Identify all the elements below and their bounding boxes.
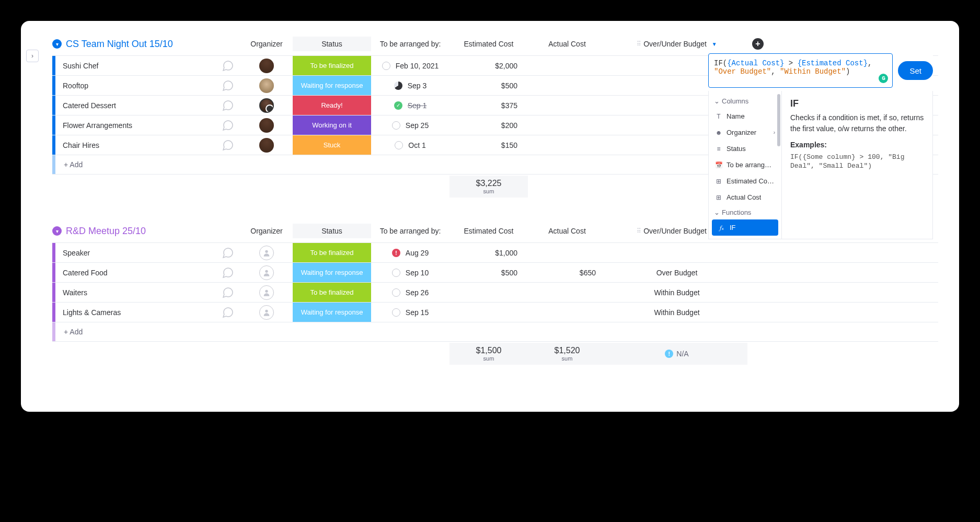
col-header-est-cost[interactable]: Estimated Cost	[449, 224, 528, 238]
status-cell[interactable]: Waiting for response	[293, 263, 371, 282]
add-item-button[interactable]: + Add	[52, 322, 240, 341]
col-header-organizer[interactable]: Organizer	[240, 224, 293, 238]
chat-icon[interactable]	[222, 119, 234, 132]
chat-icon[interactable]	[222, 60, 234, 72]
date-cell[interactable]: Sep 3	[371, 82, 449, 90]
est-cost-cell[interactable]: $2,000	[449, 62, 528, 70]
status-cell[interactable]: To be finalized	[293, 243, 371, 262]
actual-cost-cell[interactable]: $650	[528, 269, 606, 277]
column-item[interactable]: 📅To be arrange…	[709, 157, 781, 173]
avatar[interactable]	[259, 59, 274, 73]
est-cost-cell[interactable]: $500	[449, 82, 528, 90]
date-cell[interactable]: Sep 15	[371, 308, 449, 317]
organizer-cell[interactable]	[240, 246, 293, 260]
item-name-cell[interactable]: Flower Arrangements	[52, 115, 240, 135]
avatar-empty[interactable]	[259, 265, 274, 280]
item-name-cell[interactable]: Sushi Chef	[52, 56, 240, 75]
date-cell[interactable]: ✓Sep 1	[371, 101, 449, 110]
status-cell[interactable]: Ready!	[293, 96, 371, 115]
item-name-cell[interactable]: Rooftop	[52, 76, 240, 95]
organizer-cell[interactable]	[240, 265, 293, 280]
status-cell[interactable]: To be finalized	[293, 283, 371, 302]
organizer-cell[interactable]	[240, 285, 293, 300]
set-button[interactable]: Set	[898, 61, 933, 80]
item-name-cell[interactable]: Catered Dessert	[52, 96, 240, 115]
organizer-cell[interactable]	[240, 118, 293, 133]
col-header-status[interactable]: Status	[293, 37, 371, 51]
est-cost-cell[interactable]: $150	[449, 141, 528, 149]
col-header-organizer[interactable]: Organizer	[240, 37, 293, 51]
item-name-cell[interactable]: Waiters	[52, 283, 240, 302]
col-header-actual-cost[interactable]: Actual Cost	[528, 224, 606, 238]
item-name-cell[interactable]: Catered Food	[52, 263, 240, 282]
organizer-cell[interactable]	[240, 78, 293, 93]
est-cost-cell[interactable]: $200	[449, 121, 528, 130]
chat-icon[interactable]	[222, 247, 234, 259]
drag-handle-icon[interactable]: ⠿	[637, 40, 640, 48]
chat-icon[interactable]	[222, 99, 234, 112]
date-cell[interactable]: Sep 10	[371, 269, 449, 277]
functions-section-header[interactable]: ⌄ Functions	[709, 205, 781, 219]
date-cell[interactable]: Sep 26	[371, 288, 449, 297]
date-cell[interactable]: Sep 25	[371, 121, 449, 130]
item-name-cell[interactable]: Chair Hires	[52, 135, 240, 155]
formula-input[interactable]: IF({Actual Cost} > {Estimated Cost}, "Ov…	[708, 53, 893, 88]
avatar-empty[interactable]	[259, 285, 274, 300]
status-cell[interactable]: Waiting for response	[293, 303, 371, 322]
add-item-button[interactable]: + Add	[52, 155, 240, 174]
collapse-icon[interactable]: ▾	[52, 226, 62, 236]
col-header-status[interactable]: Status	[293, 224, 371, 238]
organizer-cell[interactable]	[240, 138, 293, 153]
avatar-empty[interactable]	[259, 305, 274, 320]
caret-down-icon[interactable]: ▼	[712, 41, 717, 47]
chat-icon[interactable]	[222, 286, 234, 299]
date-cell[interactable]: !Aug 29	[371, 249, 449, 257]
col-header-formula[interactable]: ⠿Over/Under Budget▼	[606, 37, 747, 51]
status-cell[interactable]: Working on it	[293, 115, 371, 135]
drag-handle-icon[interactable]: ⠿	[637, 227, 640, 235]
item-name-cell[interactable]: Speaker	[52, 243, 240, 262]
avatar[interactable]	[259, 118, 274, 133]
budget-cell[interactable]: Over Budget	[606, 269, 747, 277]
add-column-button[interactable]: +	[752, 38, 764, 50]
col-header-arranged-by[interactable]: To be arranged by:	[371, 224, 449, 238]
col-header-est-cost[interactable]: Estimated Cost	[449, 37, 528, 51]
info-icon: !	[665, 350, 673, 358]
formula-suggestions: ⌄ Columns TName☻Organizer›≡Status📅To be …	[708, 91, 933, 239]
status-cell[interactable]: Stuck	[293, 135, 371, 155]
group-title[interactable]: ▾R&D Meetup 25/10	[52, 226, 240, 237]
avatar[interactable]	[259, 78, 274, 93]
col-header-actual-cost[interactable]: Actual Cost	[528, 37, 606, 51]
organizer-cell[interactable]	[240, 98, 293, 113]
est-cost-cell[interactable]: $375	[449, 101, 528, 110]
date-cell[interactable]: Feb 10, 2021	[371, 62, 449, 70]
group-title[interactable]: ▾CS Team Night Out 15/10	[52, 39, 240, 50]
column-item[interactable]: ⊞Actual Cost	[709, 189, 781, 205]
status-cell[interactable]: Waiting for response	[293, 76, 371, 95]
avatar[interactable]	[259, 138, 274, 153]
item-name-cell[interactable]: Lights & Cameras	[52, 303, 240, 322]
column-item[interactable]: ⊞Estimated Co…	[709, 173, 781, 189]
avatar[interactable]	[259, 98, 274, 113]
expand-panel-handle[interactable]: ›	[26, 50, 39, 62]
est-cost-cell[interactable]: $1,000	[449, 249, 528, 257]
function-item[interactable]: 𝑓ₓIF	[712, 219, 778, 236]
budget-cell[interactable]: Within Budget	[606, 308, 747, 317]
column-item[interactable]: TName	[709, 108, 781, 124]
organizer-cell[interactable]	[240, 305, 293, 320]
columns-section-header[interactable]: ⌄ Columns	[709, 94, 781, 108]
chat-icon[interactable]	[222, 266, 234, 279]
est-cost-cell[interactable]: $500	[449, 269, 528, 277]
avatar-empty[interactable]	[259, 246, 274, 260]
col-header-arranged-by[interactable]: To be arranged by:	[371, 37, 449, 51]
chat-icon[interactable]	[222, 139, 234, 152]
status-cell[interactable]: To be finalized	[293, 56, 371, 75]
collapse-icon[interactable]: ▾	[52, 39, 62, 49]
budget-cell[interactable]: Within Budget	[606, 288, 747, 297]
column-item[interactable]: ☻Organizer›	[709, 124, 781, 141]
chat-icon[interactable]	[222, 79, 234, 92]
chat-icon[interactable]	[222, 306, 234, 319]
date-cell[interactable]: Oct 1	[371, 141, 449, 149]
organizer-cell[interactable]	[240, 59, 293, 73]
column-item[interactable]: ≡Status	[709, 141, 781, 157]
